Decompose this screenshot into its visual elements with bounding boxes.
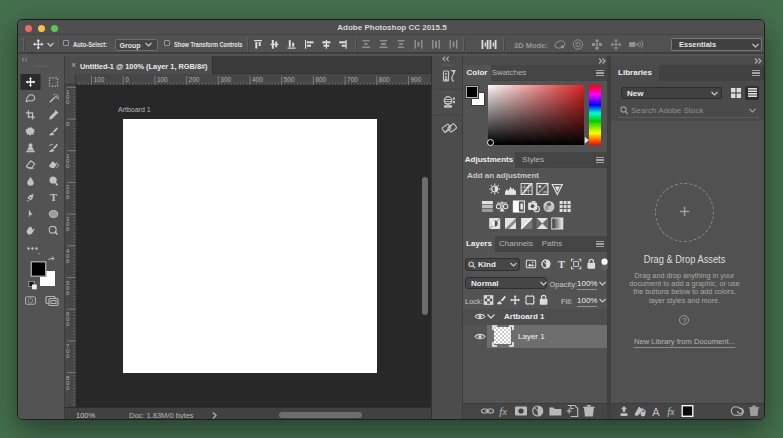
- svg-text:600: 600: [315, 76, 326, 83]
- svg-text:0: 0: [66, 321, 70, 327]
- svg-text:fx: fx: [667, 406, 675, 417]
- svg-text:400: 400: [252, 76, 263, 83]
- svg-text:0: 0: [125, 76, 129, 83]
- svg-text:200: 200: [189, 76, 200, 83]
- svg-text:0: 0: [66, 163, 70, 169]
- svg-text:0: 0: [66, 99, 70, 105]
- svg-text:0: 0: [66, 353, 70, 359]
- svg-text:700: 700: [347, 76, 358, 83]
- svg-text:0: 0: [66, 258, 70, 264]
- svg-text:500: 500: [284, 76, 295, 83]
- svg-text:100: 100: [94, 76, 105, 83]
- svg-text:A: A: [652, 406, 660, 418]
- svg-text:0: 0: [66, 290, 70, 296]
- svg-text:800: 800: [379, 76, 390, 83]
- svg-text:300: 300: [220, 76, 231, 83]
- svg-text:fx: fx: [499, 405, 507, 417]
- svg-text:T: T: [558, 259, 565, 270]
- svg-text:100: 100: [157, 76, 168, 83]
- svg-text:0: 0: [66, 121, 70, 127]
- svg-text:900: 900: [411, 76, 422, 83]
- svg-text:0: 0: [66, 194, 70, 200]
- svg-text:0: 0: [66, 385, 70, 391]
- svg-text:0: 0: [66, 226, 70, 232]
- svg-text:T: T: [50, 192, 57, 203]
